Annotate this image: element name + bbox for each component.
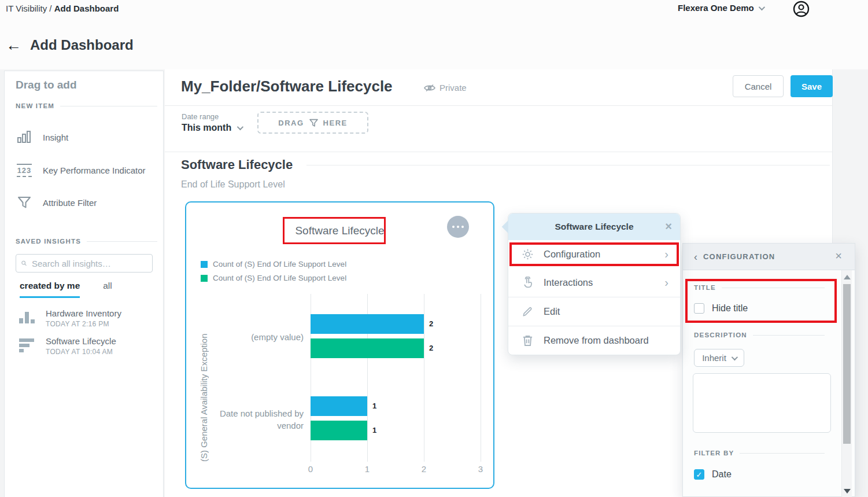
gridline xyxy=(481,294,481,462)
chart-legend: Count of (S) End Of Life Support Level C… xyxy=(201,260,346,282)
tab-created-by-me[interactable]: created by me xyxy=(20,281,80,298)
bar xyxy=(311,314,424,334)
close-icon[interactable]: × xyxy=(835,249,842,263)
sidebar-item-kpi[interactable]: 123 Key Performance Indicator xyxy=(16,157,157,183)
description-section-label: DESCRIPTION xyxy=(694,332,747,338)
chevron-down-icon xyxy=(732,354,738,360)
menu-item-remove-from-dashboard[interactable]: Remove from dashboard xyxy=(508,326,680,355)
description-inherit-dropdown[interactable]: Inherit xyxy=(694,349,744,367)
date-filter-checkbox-row[interactable]: ✓ Date xyxy=(694,469,732,480)
description-textarea[interactable] xyxy=(693,373,831,433)
drop-zone-text-after: HERE xyxy=(323,119,348,127)
search-icon xyxy=(21,259,27,268)
chevron-down-icon xyxy=(758,3,764,10)
divider xyxy=(753,335,825,336)
title-section-label: TITLE xyxy=(694,284,716,291)
tap-icon xyxy=(521,277,534,289)
legend-label: Count of (S) End Of Life Support Level xyxy=(213,260,346,268)
category-label: Date not published by vendor xyxy=(218,407,304,432)
divider xyxy=(60,106,157,106)
123-icon: 123 xyxy=(16,164,33,177)
privacy-badge: Private xyxy=(424,83,467,93)
back-arrow-icon[interactable]: ← xyxy=(6,38,21,53)
insights-tabs: created by me all xyxy=(20,281,112,298)
scroll-up-arrow[interactable] xyxy=(844,275,851,279)
top-bar: IT Visibility / Add Dashboard Flexera On… xyxy=(0,0,868,69)
gear-icon xyxy=(521,248,534,260)
insight-timestamp: TODAY AT 2:16 PM xyxy=(46,320,121,328)
user-icon xyxy=(793,1,810,17)
scrollbar-thumb[interactable] xyxy=(843,284,851,444)
sidebar-title: Drag to add xyxy=(16,79,77,91)
close-icon[interactable]: × xyxy=(665,220,672,233)
page-title: Add Dashboard xyxy=(30,37,134,53)
scroll-down-arrow[interactable] xyxy=(844,489,851,494)
insight-card[interactable]: Software Lifecycle Count of (S) End Of L… xyxy=(185,201,494,489)
bar xyxy=(311,396,367,416)
filter-by-section-label: FILTER BY xyxy=(694,450,734,456)
bar xyxy=(311,338,424,358)
eye-off-icon xyxy=(424,84,435,92)
org-selector[interactable]: Flexera One Demo xyxy=(678,3,763,13)
x-tick-label: 1 xyxy=(360,464,375,474)
sidebar-item-attribute-filter[interactable]: Attribute Filter xyxy=(16,190,157,215)
breadcrumb-root[interactable]: IT Visibility xyxy=(6,3,47,13)
card-context-menu: Software Lifecycle × Configuration › Int… xyxy=(508,213,681,355)
menu-item-label: Configuration xyxy=(544,249,600,260)
save-button[interactable]: Save xyxy=(791,75,833,97)
inherit-dropdown-value: Inherit xyxy=(702,353,726,363)
menu-item-label: Remove from dashboard xyxy=(544,335,649,346)
divider xyxy=(165,105,833,106)
breadcrumb-separator: / xyxy=(49,3,54,13)
menu-item-label: Interactions xyxy=(544,277,593,288)
hide-title-checkbox[interactable] xyxy=(694,303,704,314)
insights-search[interactable] xyxy=(16,254,153,273)
sidebar-item-label: Insight xyxy=(43,132,68,142)
y-axis-label: (S) General Availability Exception xyxy=(199,294,209,462)
date-range-value: This month xyxy=(182,123,231,133)
saved-insights-label: SAVED INSIGHTS xyxy=(16,238,81,245)
breadcrumb-current: Add Dashboard xyxy=(54,3,119,13)
saved-insight-hardware-inventory[interactable]: Hardware Inventory TODAY AT 2:16 PM xyxy=(19,308,152,328)
filter-drop-zone[interactable]: DRAG HERE xyxy=(257,112,368,134)
divider xyxy=(87,241,157,242)
user-avatar[interactable] xyxy=(793,1,810,17)
x-tick-label: 2 xyxy=(416,464,431,474)
sidebar-item-label: Attribute Filter xyxy=(43,198,97,208)
menu-item-interactions[interactable]: Interactions › xyxy=(508,268,680,297)
bar-value-label: 1 xyxy=(372,402,376,410)
sidebar-item-insight[interactable]: Insight xyxy=(16,124,157,150)
hide-title-checkbox-row[interactable]: Hide title xyxy=(694,303,748,314)
panel-scrollbar[interactable] xyxy=(841,270,852,497)
app-root: IT Visibility / Add Dashboard Flexera On… xyxy=(0,0,868,497)
dashboard-title[interactable]: My_Folder/Software Lifecycle xyxy=(181,78,393,95)
x-tick-label: 0 xyxy=(303,464,318,474)
sidebar: Drag to add NEW ITEM Insight 123 Key Per… xyxy=(4,71,164,497)
card-menu-button[interactable] xyxy=(447,216,469,238)
insight-section-title: Software Lifecycle xyxy=(181,157,293,172)
back-chevron-icon[interactable]: ‹ xyxy=(694,252,697,262)
org-selector-label: Flexera One Demo xyxy=(678,3,754,13)
date-filter-label: Date xyxy=(712,469,732,480)
menu-item-edit[interactable]: Edit xyxy=(508,297,680,326)
divider xyxy=(722,288,825,288)
menu-item-configuration[interactable]: Configuration › xyxy=(508,240,680,268)
bar-value-label: 2 xyxy=(429,319,433,328)
hide-title-label: Hide title xyxy=(712,303,748,314)
sidebar-item-label: Key Performance Indicator xyxy=(43,165,146,175)
cancel-button[interactable]: Cancel xyxy=(733,75,784,97)
date-range-dropdown[interactable]: This month xyxy=(182,123,242,133)
legend-swatch-green xyxy=(201,275,208,282)
date-filter-checkbox[interactable]: ✓ xyxy=(694,469,704,480)
tab-all[interactable]: all xyxy=(103,281,112,298)
x-tick-label: 3 xyxy=(473,464,488,474)
chevron-right-icon: › xyxy=(664,276,668,289)
drop-zone-text-before: DRAG xyxy=(278,119,304,127)
category-label: (empty value) xyxy=(218,331,304,343)
chevron-right-icon: › xyxy=(664,248,668,261)
saved-insight-software-lifecycle[interactable]: Software Lifecycle TODAY AT 10:04 AM xyxy=(19,336,152,356)
search-input[interactable] xyxy=(32,259,147,268)
insight-title: Software Lifecycle xyxy=(46,336,116,346)
funnel-icon xyxy=(16,195,33,210)
legend-entry: Count of (S) End Of Life Support Level xyxy=(201,274,346,282)
